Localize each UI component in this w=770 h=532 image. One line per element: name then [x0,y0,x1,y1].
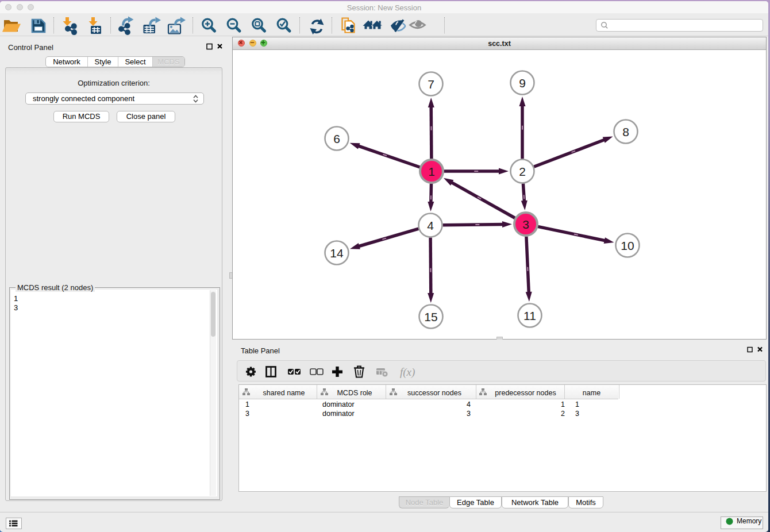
svg-text:7: 7 [428,78,434,91]
svg-text:15: 15 [424,310,437,323]
svg-text:1: 1 [428,165,435,178]
svg-text:f(x): f(x) [400,366,415,379]
svg-text:2: 2 [519,165,526,178]
svg-text:4: 4 [427,219,434,232]
svg-text:11: 11 [523,309,536,322]
svg-text:6: 6 [333,132,340,145]
svg-text:10: 10 [621,239,634,252]
svg-text:3: 3 [522,218,529,231]
svg-text:9: 9 [519,76,526,90]
svg-text:14: 14 [330,246,344,260]
svg-text:8: 8 [622,125,629,138]
